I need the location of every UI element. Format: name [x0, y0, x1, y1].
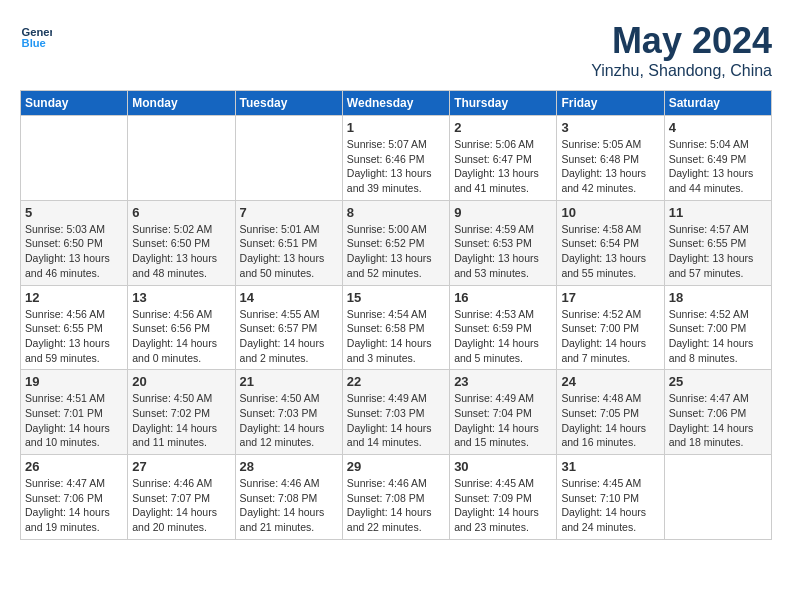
calendar-cell: 11Sunrise: 4:57 AM Sunset: 6:55 PM Dayli… — [664, 200, 771, 285]
day-number: 20 — [132, 374, 230, 389]
day-info: Sunrise: 4:46 AM Sunset: 7:07 PM Dayligh… — [132, 476, 230, 535]
calendar-cell: 12Sunrise: 4:56 AM Sunset: 6:55 PM Dayli… — [21, 285, 128, 370]
day-number: 15 — [347, 290, 445, 305]
week-row-4: 19Sunrise: 4:51 AM Sunset: 7:01 PM Dayli… — [21, 370, 772, 455]
calendar-table: SundayMondayTuesdayWednesdayThursdayFrid… — [20, 90, 772, 540]
day-info: Sunrise: 4:53 AM Sunset: 6:59 PM Dayligh… — [454, 307, 552, 366]
day-info: Sunrise: 4:55 AM Sunset: 6:57 PM Dayligh… — [240, 307, 338, 366]
day-number: 10 — [561, 205, 659, 220]
weekday-header-thursday: Thursday — [450, 91, 557, 116]
day-number: 23 — [454, 374, 552, 389]
calendar-cell — [664, 455, 771, 540]
week-row-2: 5Sunrise: 5:03 AM Sunset: 6:50 PM Daylig… — [21, 200, 772, 285]
day-info: Sunrise: 4:47 AM Sunset: 7:06 PM Dayligh… — [25, 476, 123, 535]
weekday-header-tuesday: Tuesday — [235, 91, 342, 116]
calendar-cell: 14Sunrise: 4:55 AM Sunset: 6:57 PM Dayli… — [235, 285, 342, 370]
calendar-cell: 1Sunrise: 5:07 AM Sunset: 6:46 PM Daylig… — [342, 116, 449, 201]
calendar-cell: 29Sunrise: 4:46 AM Sunset: 7:08 PM Dayli… — [342, 455, 449, 540]
week-row-5: 26Sunrise: 4:47 AM Sunset: 7:06 PM Dayli… — [21, 455, 772, 540]
day-info: Sunrise: 5:02 AM Sunset: 6:50 PM Dayligh… — [132, 222, 230, 281]
day-info: Sunrise: 4:58 AM Sunset: 6:54 PM Dayligh… — [561, 222, 659, 281]
calendar-cell: 15Sunrise: 4:54 AM Sunset: 6:58 PM Dayli… — [342, 285, 449, 370]
weekday-header-friday: Friday — [557, 91, 664, 116]
calendar-cell: 9Sunrise: 4:59 AM Sunset: 6:53 PM Daylig… — [450, 200, 557, 285]
calendar-cell: 13Sunrise: 4:56 AM Sunset: 6:56 PM Dayli… — [128, 285, 235, 370]
day-info: Sunrise: 4:47 AM Sunset: 7:06 PM Dayligh… — [669, 391, 767, 450]
location-subtitle: Yinzhu, Shandong, China — [591, 62, 772, 80]
day-number: 17 — [561, 290, 659, 305]
calendar-cell: 19Sunrise: 4:51 AM Sunset: 7:01 PM Dayli… — [21, 370, 128, 455]
day-number: 31 — [561, 459, 659, 474]
calendar-cell: 30Sunrise: 4:45 AM Sunset: 7:09 PM Dayli… — [450, 455, 557, 540]
day-number: 30 — [454, 459, 552, 474]
day-number: 14 — [240, 290, 338, 305]
logo: General Blue — [20, 20, 52, 52]
day-number: 6 — [132, 205, 230, 220]
logo-icon: General Blue — [20, 20, 52, 52]
page-header: General Blue May 2024 Yinzhu, Shandong, … — [20, 20, 772, 80]
calendar-cell: 25Sunrise: 4:47 AM Sunset: 7:06 PM Dayli… — [664, 370, 771, 455]
day-info: Sunrise: 5:04 AM Sunset: 6:49 PM Dayligh… — [669, 137, 767, 196]
day-number: 24 — [561, 374, 659, 389]
day-info: Sunrise: 4:59 AM Sunset: 6:53 PM Dayligh… — [454, 222, 552, 281]
svg-text:Blue: Blue — [22, 37, 46, 49]
day-info: Sunrise: 4:52 AM Sunset: 7:00 PM Dayligh… — [561, 307, 659, 366]
calendar-cell: 27Sunrise: 4:46 AM Sunset: 7:07 PM Dayli… — [128, 455, 235, 540]
day-info: Sunrise: 4:48 AM Sunset: 7:05 PM Dayligh… — [561, 391, 659, 450]
day-info: Sunrise: 4:57 AM Sunset: 6:55 PM Dayligh… — [669, 222, 767, 281]
weekday-header-row: SundayMondayTuesdayWednesdayThursdayFrid… — [21, 91, 772, 116]
weekday-header-sunday: Sunday — [21, 91, 128, 116]
calendar-cell — [235, 116, 342, 201]
day-number: 28 — [240, 459, 338, 474]
day-number: 11 — [669, 205, 767, 220]
calendar-cell: 22Sunrise: 4:49 AM Sunset: 7:03 PM Dayli… — [342, 370, 449, 455]
day-number: 29 — [347, 459, 445, 474]
title-block: May 2024 Yinzhu, Shandong, China — [591, 20, 772, 80]
day-number: 9 — [454, 205, 552, 220]
day-info: Sunrise: 4:49 AM Sunset: 7:03 PM Dayligh… — [347, 391, 445, 450]
calendar-cell: 18Sunrise: 4:52 AM Sunset: 7:00 PM Dayli… — [664, 285, 771, 370]
day-number: 19 — [25, 374, 123, 389]
day-info: Sunrise: 4:49 AM Sunset: 7:04 PM Dayligh… — [454, 391, 552, 450]
day-number: 22 — [347, 374, 445, 389]
day-number: 21 — [240, 374, 338, 389]
day-info: Sunrise: 5:05 AM Sunset: 6:48 PM Dayligh… — [561, 137, 659, 196]
day-info: Sunrise: 4:45 AM Sunset: 7:09 PM Dayligh… — [454, 476, 552, 535]
calendar-cell: 4Sunrise: 5:04 AM Sunset: 6:49 PM Daylig… — [664, 116, 771, 201]
day-info: Sunrise: 4:54 AM Sunset: 6:58 PM Dayligh… — [347, 307, 445, 366]
calendar-cell: 26Sunrise: 4:47 AM Sunset: 7:06 PM Dayli… — [21, 455, 128, 540]
calendar-cell: 31Sunrise: 4:45 AM Sunset: 7:10 PM Dayli… — [557, 455, 664, 540]
day-info: Sunrise: 5:06 AM Sunset: 6:47 PM Dayligh… — [454, 137, 552, 196]
weekday-header-saturday: Saturday — [664, 91, 771, 116]
calendar-cell: 10Sunrise: 4:58 AM Sunset: 6:54 PM Dayli… — [557, 200, 664, 285]
day-info: Sunrise: 4:45 AM Sunset: 7:10 PM Dayligh… — [561, 476, 659, 535]
day-info: Sunrise: 4:46 AM Sunset: 7:08 PM Dayligh… — [347, 476, 445, 535]
calendar-cell: 5Sunrise: 5:03 AM Sunset: 6:50 PM Daylig… — [21, 200, 128, 285]
calendar-cell: 17Sunrise: 4:52 AM Sunset: 7:00 PM Dayli… — [557, 285, 664, 370]
calendar-cell: 24Sunrise: 4:48 AM Sunset: 7:05 PM Dayli… — [557, 370, 664, 455]
calendar-cell — [128, 116, 235, 201]
day-info: Sunrise: 5:07 AM Sunset: 6:46 PM Dayligh… — [347, 137, 445, 196]
day-number: 12 — [25, 290, 123, 305]
day-number: 4 — [669, 120, 767, 135]
weekday-header-wednesday: Wednesday — [342, 91, 449, 116]
day-number: 27 — [132, 459, 230, 474]
calendar-cell: 8Sunrise: 5:00 AM Sunset: 6:52 PM Daylig… — [342, 200, 449, 285]
day-info: Sunrise: 5:00 AM Sunset: 6:52 PM Dayligh… — [347, 222, 445, 281]
day-number: 25 — [669, 374, 767, 389]
day-number: 13 — [132, 290, 230, 305]
calendar-cell: 28Sunrise: 4:46 AM Sunset: 7:08 PM Dayli… — [235, 455, 342, 540]
svg-text:General: General — [22, 26, 52, 38]
day-info: Sunrise: 4:46 AM Sunset: 7:08 PM Dayligh… — [240, 476, 338, 535]
day-number: 2 — [454, 120, 552, 135]
day-info: Sunrise: 4:52 AM Sunset: 7:00 PM Dayligh… — [669, 307, 767, 366]
calendar-cell: 2Sunrise: 5:06 AM Sunset: 6:47 PM Daylig… — [450, 116, 557, 201]
calendar-cell: 16Sunrise: 4:53 AM Sunset: 6:59 PM Dayli… — [450, 285, 557, 370]
calendar-cell: 23Sunrise: 4:49 AM Sunset: 7:04 PM Dayli… — [450, 370, 557, 455]
day-number: 8 — [347, 205, 445, 220]
week-row-3: 12Sunrise: 4:56 AM Sunset: 6:55 PM Dayli… — [21, 285, 772, 370]
day-info: Sunrise: 4:51 AM Sunset: 7:01 PM Dayligh… — [25, 391, 123, 450]
calendar-cell: 20Sunrise: 4:50 AM Sunset: 7:02 PM Dayli… — [128, 370, 235, 455]
day-number: 3 — [561, 120, 659, 135]
day-number: 5 — [25, 205, 123, 220]
